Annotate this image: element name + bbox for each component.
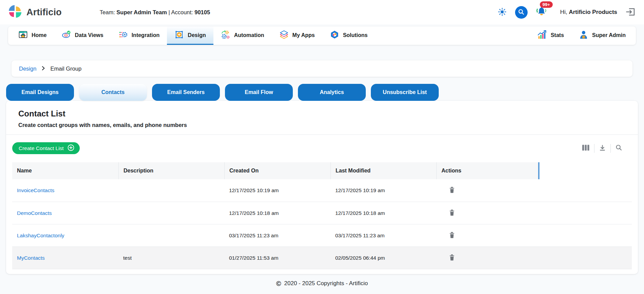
title-block: Contact List Create contact groups with …	[6, 101, 638, 135]
page-subtitle: Create contact groups with names, emails…	[18, 122, 638, 128]
nav-item-design[interactable]: Design	[167, 26, 213, 45]
automation-icon	[221, 30, 230, 41]
main-nav: Home Data Views	[8, 26, 636, 45]
contact-list-link[interactable]: InvoiceContacts	[17, 187, 54, 193]
delete-button[interactable]	[449, 209, 459, 218]
team-label: Team:	[100, 9, 115, 15]
greeting-prefix: Hi,	[560, 9, 567, 15]
table-body: InvoiceContacts 12/17/2025 10:19 am 12/1…	[12, 179, 632, 269]
account-label: Account:	[171, 9, 193, 15]
name-cell: DemoContacts	[12, 210, 118, 216]
global-search-button[interactable]	[515, 6, 528, 19]
data-views-icon	[61, 30, 71, 41]
trash-icon	[449, 189, 455, 194]
user-name: Artificio Products	[569, 9, 617, 15]
trash-icon	[449, 257, 455, 262]
column-header-last-modified[interactable]: Last Modified	[330, 162, 436, 179]
download-icon	[599, 145, 606, 152]
name-cell: MyContacts	[12, 255, 118, 261]
tab-analytics[interactable]: Analytics	[298, 84, 366, 101]
logout-button[interactable]	[625, 7, 636, 18]
solutions-icon	[330, 30, 339, 41]
breadcrumb: Design Email Group	[12, 60, 632, 77]
table-row: InvoiceContacts 12/17/2025 10:19 am 12/1…	[12, 179, 632, 202]
column-header-created-on[interactable]: Created On	[224, 162, 330, 179]
last-modified-cell: 12/17/2025 10:18 am	[330, 210, 436, 216]
tab-unsubscribe-list[interactable]: Unsubscribe List	[371, 84, 439, 101]
sun-icon	[497, 7, 507, 18]
nav-label: Automation	[234, 32, 264, 38]
topbar-actions: 99+ Hi, Artificio Products	[497, 6, 636, 19]
nav-right: Stats Super Admin	[530, 26, 633, 45]
delete-button[interactable]	[449, 186, 459, 195]
created-on-cell: 01/27/2025 11:53 am	[224, 255, 330, 261]
tab-email-senders[interactable]: Email Senders	[152, 84, 220, 101]
nav-item-home[interactable]: Home	[11, 26, 54, 45]
copyright-text: 2020 - 2025 Copyrights - Artificio	[284, 280, 368, 287]
create-button-label: Create Contact List	[19, 145, 64, 151]
contact-list-link[interactable]: DemoContacts	[17, 210, 52, 216]
notification-count-badge: 99+	[540, 1, 553, 8]
plus-circle-icon	[68, 144, 74, 152]
contact-list-link[interactable]: LakshayContactonly	[17, 233, 64, 238]
column-header-actions[interactable]: Actions	[436, 162, 538, 179]
brand[interactable]: Artificio	[8, 4, 62, 20]
contact-list-link[interactable]: MyContacts	[17, 255, 45, 261]
last-modified-cell: 02/05/2025 06:44 pm	[330, 255, 436, 261]
create-contact-list-button[interactable]: Create Contact List	[12, 142, 80, 154]
table-row: DemoContacts 12/17/2025 10:18 am 12/17/2…	[12, 202, 632, 224]
nav-item-stats[interactable]: Stats	[530, 26, 571, 45]
name-cell: InvoiceContacts	[12, 187, 118, 194]
column-header-name[interactable]: Name	[12, 162, 118, 179]
nav-item-solutions[interactable]: Solutions	[322, 26, 375, 45]
nav-item-data-views[interactable]: Data Views	[54, 26, 111, 45]
nav-item-super-admin[interactable]: Super Admin	[571, 26, 633, 45]
team-account-info: Team: Super Admin Team | Account: 90105	[100, 9, 210, 16]
actions-cell	[436, 186, 538, 195]
nav-label: Super Admin	[592, 32, 626, 38]
tab-email-designs[interactable]: Email Designs	[6, 84, 74, 101]
description-cell: test	[118, 255, 224, 261]
tab-email-flow[interactable]: Email Flow	[225, 84, 293, 101]
table-header-row: Name Description Created On Last Modifie…	[12, 162, 632, 179]
nav-label: Integration	[132, 32, 160, 38]
table-search-button[interactable]	[611, 143, 627, 153]
actions-cell	[436, 231, 538, 240]
column-header-empty	[538, 162, 632, 179]
theme-toggle-button[interactable]	[497, 7, 507, 18]
nav-item-automation[interactable]: Automation	[213, 26, 272, 45]
column-header-description[interactable]: Description	[118, 162, 224, 179]
actions-cell	[436, 209, 538, 218]
stats-icon	[537, 30, 547, 41]
columns-icon	[582, 145, 589, 152]
bell-icon	[536, 12, 547, 18]
trash-icon	[449, 212, 455, 217]
nav-label: Data Views	[75, 32, 103, 38]
search-icon	[518, 8, 525, 16]
last-modified-cell: 03/17/2025 11:23 am	[330, 233, 436, 239]
name-cell: LakshayContactonly	[12, 233, 118, 239]
tab-contacts[interactable]: Contacts	[79, 84, 147, 101]
nav-label: My Apps	[292, 32, 315, 38]
nav-item-my-apps[interactable]: My Apps	[272, 26, 322, 45]
table-row: MyContacts test 01/27/2025 11:53 am 02/0…	[12, 246, 632, 269]
nav-label: Stats	[551, 32, 564, 38]
notifications-button[interactable]: 99+	[536, 6, 547, 18]
created-on-cell: 12/17/2025 10:18 am	[224, 210, 330, 216]
columns-toggle-button[interactable]	[577, 143, 594, 153]
account-value: 90105	[194, 9, 210, 15]
brand-name: Artificio	[26, 7, 62, 18]
email-group-tabs: Email Designs Contacts Email Senders Ema…	[6, 84, 638, 101]
delete-button[interactable]	[449, 231, 459, 240]
delete-button[interactable]	[449, 254, 459, 262]
page: Artificio Team: Super Admin Team | Accou…	[0, 0, 644, 294]
team-account-divider: |	[168, 9, 170, 15]
breadcrumb-design-link[interactable]: Design	[19, 66, 36, 72]
created-on-cell: 12/17/2025 10:19 am	[224, 187, 330, 194]
download-button[interactable]	[594, 143, 610, 153]
nav-item-integration[interactable]: Integration	[111, 26, 167, 45]
nav-label: Home	[32, 32, 46, 38]
contact-list-table: Name Description Created On Last Modifie…	[12, 162, 632, 269]
integration-icon	[118, 30, 128, 41]
user-greeting: Hi, Artificio Products	[560, 9, 617, 16]
